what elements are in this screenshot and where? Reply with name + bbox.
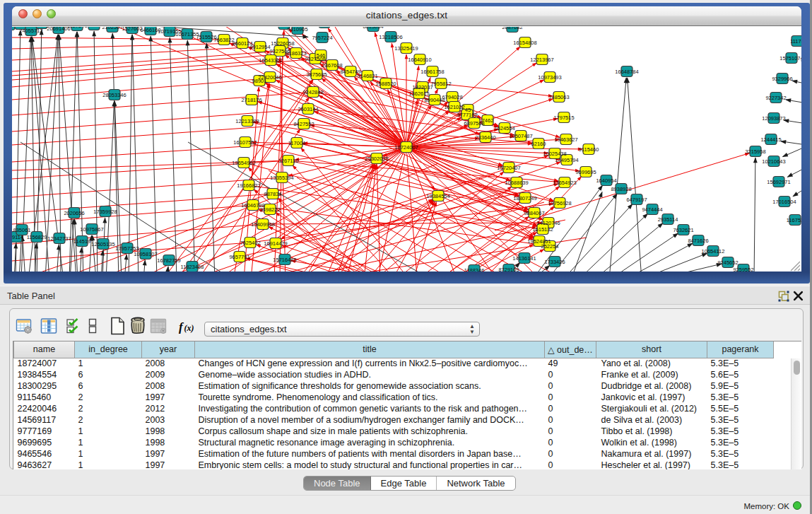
svg-text:2087682: 2087682 [502, 27, 522, 30]
svg-text:8471626: 8471626 [688, 238, 708, 244]
svg-text:17016504: 17016504 [772, 199, 796, 205]
svg-text:16154808: 16154808 [513, 40, 536, 46]
svg-text:15720407: 15720407 [497, 165, 520, 171]
svg-text:6479197: 6479197 [626, 197, 647, 203]
svg-text:546: 546 [317, 52, 326, 59]
svg-text:16543362: 16543362 [259, 57, 282, 64]
svg-text:9699695: 9699695 [575, 169, 596, 175]
svg-text:19166822: 19166822 [237, 182, 260, 189]
svg-text:9115460: 9115460 [579, 146, 599, 153]
svg-text:14136141: 14136141 [512, 255, 536, 262]
svg-text:1527602: 1527602 [122, 27, 142, 32]
svg-text:10973493: 10973493 [538, 74, 561, 81]
svg-text:16640910: 16640910 [408, 57, 431, 63]
svg-text:15692971: 15692971 [767, 179, 790, 185]
svg-text:1733426: 1733426 [544, 259, 565, 265]
svg-text:8912954: 8912954 [249, 44, 270, 50]
svg-text:18724007: 18724007 [394, 144, 418, 151]
svg-text:19756928: 19756928 [548, 200, 571, 206]
svg-text:2367608: 2367608 [322, 62, 342, 69]
svg-text:10025438: 10025438 [543, 151, 566, 157]
svg-text:8938928: 8938928 [611, 186, 631, 192]
svg-text:1362615: 1362615 [408, 90, 429, 97]
svg-text:12342737: 12342737 [47, 235, 71, 242]
svg-text:1797515: 1797515 [553, 115, 574, 121]
svg-text:7663822: 7663822 [213, 37, 234, 43]
svg-text:12213967: 12213967 [530, 57, 553, 63]
svg-text:1188346: 1188346 [464, 267, 485, 272]
svg-text:7957224: 7957224 [312, 35, 332, 41]
svg-text:10507487: 10507487 [509, 133, 532, 139]
svg-text:10210643: 10210643 [762, 158, 785, 165]
svg-text:116753: 116753 [787, 217, 801, 223]
svg-text:10688639: 10688639 [505, 180, 528, 186]
svg-text:1621022: 1621022 [444, 104, 464, 110]
svg-text:98901: 98901 [252, 78, 267, 84]
svg-text:2336440: 2336440 [475, 134, 495, 141]
svg-text:117004: 117004 [288, 140, 305, 146]
svg-text:16782759: 16782759 [157, 257, 180, 264]
svg-text:18807249: 18807249 [513, 195, 536, 201]
svg-text:39114: 39114 [12, 234, 23, 240]
svg-text:252254: 252254 [541, 243, 558, 250]
svg-text:12093873: 12093873 [762, 115, 785, 122]
svg-text:7485063: 7485063 [548, 94, 569, 100]
svg-text:8186323: 8186323 [286, 50, 306, 57]
svg-text:2603144: 2603144 [298, 106, 318, 112]
svg-text:1588520: 1588520 [375, 81, 396, 87]
svg-text:7632621: 7632621 [673, 227, 693, 233]
svg-text:11174: 11174 [790, 38, 801, 45]
svg-text:1244415: 1244415 [760, 136, 781, 143]
svg-text:16961758: 16961758 [420, 69, 444, 75]
svg-text:114519: 114519 [73, 238, 90, 245]
svg-text:13355394: 13355394 [270, 175, 293, 181]
svg-text:13218506: 13218506 [379, 34, 402, 40]
svg-text:19654982: 19654982 [232, 160, 255, 166]
svg-text:15751074: 15751074 [779, 55, 801, 62]
svg-text:3267110: 3267110 [278, 158, 299, 164]
svg-text:6794028: 6794028 [442, 94, 462, 100]
svg-text:9259552: 9259552 [733, 267, 753, 272]
svg-text:9242848: 9242848 [302, 89, 323, 95]
svg-text:13654923: 13654923 [553, 180, 576, 186]
svg-text:9227342: 9227342 [765, 95, 786, 101]
svg-text:835061: 835061 [13, 227, 30, 233]
svg-text:2102507: 2102507 [102, 27, 122, 30]
svg-text:14120746: 14120746 [536, 220, 560, 226]
svg-text:7462: 7462 [482, 117, 494, 124]
svg-text:1054098: 1054098 [83, 27, 104, 28]
svg-text:1624554: 1624554 [494, 125, 514, 132]
svg-text:7955812: 7955812 [430, 81, 451, 87]
svg-text:28053346: 28053346 [102, 92, 126, 98]
svg-text:15226058: 15226058 [271, 40, 294, 47]
svg-text:2935114: 2935114 [658, 216, 678, 223]
svg-text:13325419: 13325419 [394, 45, 418, 52]
svg-text:17359928: 17359928 [93, 209, 117, 215]
svg-text:16648784: 16648784 [615, 69, 638, 75]
svg-text:8729109: 8729109 [498, 267, 519, 272]
svg-text:3498222: 3498222 [259, 206, 280, 213]
svg-text:24055712: 24055712 [19, 28, 42, 34]
svg-text:9146821: 9146821 [357, 73, 377, 79]
svg-text:19384554: 19384554 [426, 193, 449, 199]
svg-text:9474444: 9474444 [642, 206, 662, 213]
svg-text:25302035: 25302035 [365, 156, 388, 162]
svg-text:8427552: 8427552 [293, 121, 314, 127]
svg-text:14495794: 14495794 [555, 157, 578, 163]
svg-text:1822037: 1822037 [412, 84, 433, 90]
svg-text:(x): (x) [184, 323, 194, 333]
svg-text:16107552: 16107552 [233, 139, 257, 146]
svg-text:7625402: 7625402 [240, 240, 260, 246]
svg-text:2718176: 2718176 [241, 97, 261, 103]
svg-text:10654112: 10654112 [702, 248, 725, 255]
svg-text:9777169: 9777169 [457, 112, 477, 118]
svg-text:9884067: 9884067 [524, 210, 544, 216]
svg-text:10958107: 10958107 [134, 251, 157, 257]
svg-text:11823468: 11823468 [181, 264, 204, 270]
svg-text:15716485: 15716485 [273, 257, 296, 263]
svg-text:62160: 62160 [531, 141, 546, 147]
svg-text:9657791: 9657791 [229, 254, 249, 260]
svg-text:9410905: 9410905 [287, 27, 307, 33]
svg-text:15409948: 15409948 [251, 221, 274, 228]
svg-text:9329966: 9329966 [772, 76, 792, 82]
